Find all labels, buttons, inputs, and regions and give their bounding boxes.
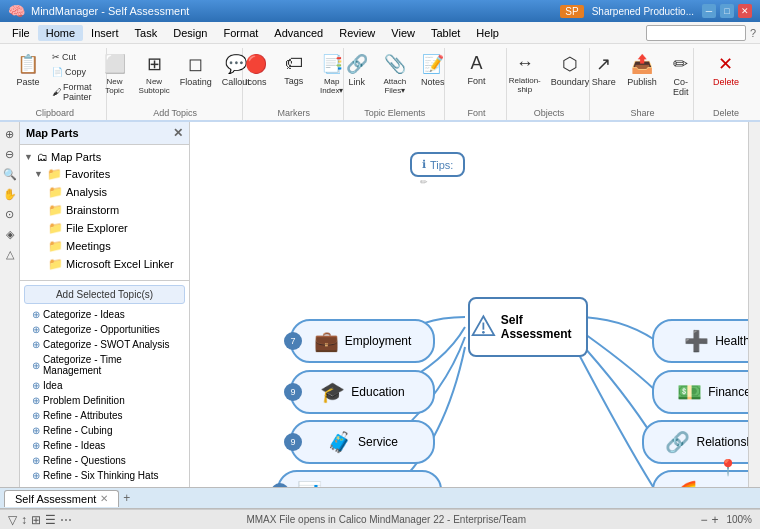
attach-files-button[interactable]: 📎 AttachFiles▾	[377, 50, 413, 98]
tab-bar: Self Assessment ✕ +	[0, 487, 760, 509]
share-icon: ↗	[596, 53, 611, 75]
menu-view[interactable]: View	[383, 25, 423, 41]
new-topic-button[interactable]: ⬜ NewTopic	[97, 50, 133, 98]
share-button[interactable]: ↗ Share	[586, 50, 622, 90]
node-service[interactable]: 🧳 Service 9	[290, 420, 435, 464]
lt-btn-4[interactable]: ✋	[2, 186, 18, 202]
list-item-refine-ideas[interactable]: Refine - Ideas	[24, 438, 185, 453]
link-button[interactable]: 🔗 Link	[339, 50, 375, 90]
folder-icon: 📁	[48, 185, 63, 199]
list-item-idea[interactable]: Idea	[24, 378, 185, 393]
menu-design[interactable]: Design	[165, 25, 215, 41]
add-selected-topics-button[interactable]: Add Selected Topic(s)	[24, 285, 185, 304]
delete-label: Delete	[713, 108, 739, 120]
title-text: MindManager - Self Assessment	[31, 5, 189, 17]
lt-btn-7[interactable]: △	[2, 246, 18, 262]
tree-file-explorer[interactable]: 📁 File Explorer	[20, 219, 189, 237]
sidebar-close-button[interactable]: ✕	[173, 126, 183, 140]
sort-icon[interactable]: ↕	[21, 513, 27, 527]
lt-btn-5[interactable]: ⊙	[2, 206, 18, 222]
grid-icon[interactable]: ⊞	[31, 513, 41, 527]
right-scrollbar[interactable]	[748, 122, 760, 487]
lt-btn-3[interactable]: 🔍	[2, 166, 18, 182]
lt-btn-6[interactable]: ◈	[2, 226, 18, 242]
filter-icon[interactable]: ▽	[8, 513, 17, 527]
list-item-categorize-opportunities[interactable]: Categorize - Opportunities	[24, 322, 185, 337]
happiness-label: Happiness	[704, 485, 748, 487]
zoom-in-icon[interactable]: +	[711, 513, 718, 527]
minimize-button[interactable]: ─	[702, 4, 716, 18]
format-painter-icon: 🖌	[52, 87, 61, 97]
menu-task[interactable]: Task	[127, 25, 166, 41]
sidebar: Map Parts ✕ ▼ 🗂 Map Parts ▼ 📁 Favorites …	[20, 122, 190, 487]
relationship-button[interactable]: ↔ Relation-ship	[505, 50, 545, 97]
tree-brainstorm[interactable]: 📁 Brainstorm	[20, 201, 189, 219]
tips-label: Tips:	[430, 159, 453, 171]
tree-excel-linker[interactable]: 📁 Microsoft Excel Linker	[20, 255, 189, 273]
relationships-label: Relationships	[696, 435, 748, 449]
boundary-icon: ⬡	[562, 53, 578, 75]
delete-button[interactable]: ✕ Delete	[708, 50, 744, 90]
node-finances[interactable]: 💵 Finances 8	[652, 370, 748, 414]
list-item-refine-attr[interactable]: Refine - Attributes	[24, 408, 185, 423]
menu-tablet[interactable]: Tablet	[423, 25, 468, 41]
list-item-refine-questions[interactable]: Refine - Questions	[24, 453, 185, 468]
list-item-refine-cubing[interactable]: Refine - Cubing	[24, 423, 185, 438]
maximize-button[interactable]: □	[720, 4, 734, 18]
new-topic-icon: ⬜	[104, 53, 126, 75]
tree-miscellaneous[interactable]: 📁 Miscellaneous	[20, 273, 189, 276]
copy-button[interactable]: 📄 Copy	[48, 65, 100, 79]
tags-button[interactable]: 🏷 Tags	[276, 50, 312, 89]
menu-review[interactable]: Review	[331, 25, 383, 41]
dots-icon[interactable]: ⋯	[60, 513, 72, 527]
list-item-categorize-ideas[interactable]: Categorize - Ideas	[24, 307, 185, 322]
cut-button[interactable]: ✂ Cut	[48, 50, 100, 64]
menu-insert[interactable]: Insert	[83, 25, 127, 41]
node-self-improvement[interactable]: 📊 Self Improvement 8	[277, 470, 442, 487]
font-button[interactable]: A Font	[458, 50, 494, 89]
close-button[interactable]: ✕	[738, 4, 752, 18]
canvas[interactable]: ℹ Tips: ✏ Self Assessment 💼 Employment 7…	[190, 122, 748, 487]
list-icon[interactable]: ☰	[45, 513, 56, 527]
ribbon: 📋 Paste ✂ Cut 📄 Copy 🖌 Format Painter Cl…	[0, 44, 760, 122]
tab-close-button[interactable]: ✕	[100, 493, 108, 504]
add-topics-label: Add Topics	[153, 108, 197, 120]
new-subtopic-button[interactable]: ⊞ NewSubtopic	[135, 50, 174, 98]
notes-button[interactable]: 📝 Notes	[415, 50, 451, 90]
center-node[interactable]: Self Assessment	[468, 297, 588, 357]
tab-self-assessment[interactable]: Self Assessment ✕	[4, 490, 119, 507]
list-item-problem-def[interactable]: Problem Definition	[24, 393, 185, 408]
co-edit-button[interactable]: ✏ Co-Edit	[662, 50, 699, 100]
folder-icon: 📁	[48, 203, 63, 217]
publish-button[interactable]: 📤 Publish	[624, 50, 661, 90]
search-input[interactable]	[646, 25, 746, 41]
add-tab-button[interactable]: +	[123, 491, 130, 505]
self-improvement-label: Self Improvement	[328, 485, 422, 487]
menu-file[interactable]: File	[4, 25, 38, 41]
tree-map-parts[interactable]: ▼ 🗂 Map Parts	[20, 149, 189, 165]
format-painter-button[interactable]: 🖌 Format Painter	[48, 80, 100, 104]
paste-button[interactable]: 📋 Paste	[10, 50, 46, 90]
menu-home[interactable]: Home	[38, 25, 83, 41]
status-right: − + 100%	[700, 513, 752, 527]
lt-btn-1[interactable]: ⊕	[2, 126, 18, 142]
menu-format[interactable]: Format	[215, 25, 266, 41]
tree-analysis[interactable]: 📁 Analysis	[20, 183, 189, 201]
icons-button[interactable]: 🔴 Icons	[238, 50, 274, 90]
list-item-six-hats[interactable]: Refine - Six Thinking Hats	[24, 468, 185, 483]
search-help[interactable]: ?	[750, 27, 756, 39]
publish-icon: 📤	[631, 53, 653, 75]
node-health[interactable]: ➕ Health 8	[652, 319, 748, 363]
floating-button[interactable]: ◻ Floating	[176, 50, 216, 90]
list-item-time-mgmt[interactable]: Categorize - Time Management	[24, 352, 185, 378]
menu-advanced[interactable]: Advanced	[266, 25, 331, 41]
tree-meetings[interactable]: 📁 Meetings	[20, 237, 189, 255]
lt-btn-2[interactable]: ⊖	[2, 146, 18, 162]
font-label: Font	[467, 108, 485, 120]
node-employment[interactable]: 💼 Employment 7	[290, 319, 435, 363]
zoom-out-icon[interactable]: −	[700, 513, 707, 527]
menu-help[interactable]: Help	[468, 25, 507, 41]
tree-favorites[interactable]: ▼ 📁 Favorites	[20, 165, 189, 183]
node-education[interactable]: 🎓 Education 9	[290, 370, 435, 414]
list-item-swot[interactable]: Categorize - SWOT Analysis	[24, 337, 185, 352]
